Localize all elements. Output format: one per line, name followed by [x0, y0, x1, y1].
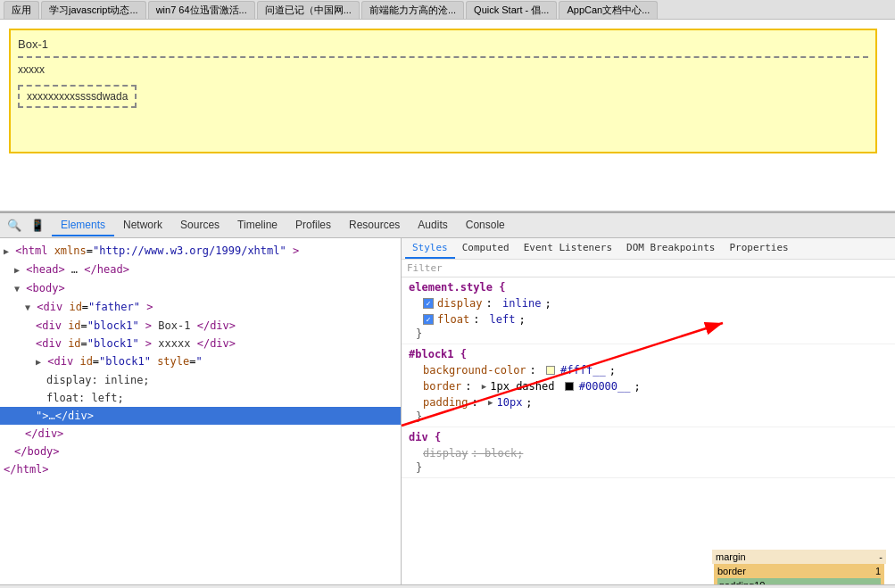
box-label: Box-1 — [18, 37, 868, 51]
triangle-block1c[interactable]: ▶ — [36, 357, 41, 367]
bm-padding-label: padding10 — [719, 580, 765, 584]
bm-border-val: 1 — [875, 566, 881, 576]
checkbox-display[interactable]: ✓ — [423, 298, 434, 309]
rule-line-display: ✓ display : inline ; — [423, 295, 888, 311]
tab-5[interactable]: Quick Start - 倡... — [466, 1, 557, 19]
style-rule-block1: #block1 { background-color : #ffff__ ; b… — [402, 344, 895, 427]
border-swatch — [565, 382, 574, 391]
dom-line-body: ▼ <body> — [0, 279, 401, 298]
tab-profiles[interactable]: Profiles — [286, 215, 340, 236]
dom-line-block1-close[interactable]: ">…</div> — [0, 407, 401, 425]
status-bar: html › body › div#father › div#block1 — [0, 584, 895, 588]
triangle-body[interactable]: ▼ — [14, 284, 20, 294]
devtools-panel: 🔍 📱 Elements Network Sources Timeline Pr… — [0, 211, 895, 588]
bm-margin-dash: - — [879, 551, 883, 562]
tab-elements[interactable]: Elements — [52, 215, 114, 236]
rule-line-display-div: display : block; — [423, 445, 888, 461]
mobile-icon[interactable]: 📱 — [29, 217, 46, 235]
inspect-icon[interactable]: 🔍 — [5, 217, 23, 235]
tab-2[interactable]: win7 64位迅雷激活... — [148, 1, 255, 19]
bm-border-box: border 1 padding10 10 — [714, 564, 884, 584]
box-outer: Box-1 xxxxx xxxxxxxxxssssdwada — [9, 29, 877, 153]
dom-panel[interactable]: ▶ <html xmlns="http://www.w3.org/1999/xh… — [0, 238, 402, 584]
rule-line-padding: padding : ▶ 10px ; — [423, 394, 888, 410]
rule-selector-div: div { — [409, 431, 888, 443]
tab-console[interactable]: Console — [457, 215, 514, 236]
rule-selector-element: element.style { — [409, 281, 888, 294]
triangle-head[interactable]: ▶ — [14, 265, 20, 275]
style-rule-element: element.style { ✓ display : inline ; ✓ f… — [402, 277, 895, 344]
tab-6[interactable]: AppCan文档中心... — [559, 1, 658, 19]
padding-triangle[interactable]: ▶ — [488, 394, 493, 410]
dom-line-block1-b: <div id="block1" > xxxxx </div> — [0, 335, 401, 352]
bm-padding-row: padding10 — [719, 580, 879, 584]
tab-network[interactable]: Network — [114, 215, 171, 236]
browser-tab-bar: 应用 学习javascript动态... win7 64位迅雷激活... 问道已… — [0, 0, 895, 20]
box-model-container: margin - border 1 padding10 — [402, 496, 895, 584]
dom-line-html: ▶ <html xmlns="http://www.w3.org/1999/xh… — [0, 242, 401, 261]
rule-close-div: } — [409, 461, 888, 474]
bm-margin-top-row: margin - — [712, 550, 886, 564]
rule-line-float: ✓ float : left ; — [423, 311, 888, 327]
tab-3[interactable]: 问道已记（中国网... — [257, 1, 360, 19]
tab-4[interactable]: 前端能力方高的沧... — [361, 1, 464, 19]
rule-line-bgcolor: background-color : #ffff__ ; — [423, 362, 888, 378]
dom-line-father: ▼ <div id="father" > — [0, 298, 401, 317]
dom-line-block1-a: <div id="block1" > Box-1 </div> — [0, 317, 401, 335]
filter-label: Filter — [407, 262, 443, 274]
tab-1[interactable]: 学习javascript动态... — [41, 1, 146, 19]
rule-close-element: } — [409, 327, 888, 340]
style-rule-div: div { display : block; } — [402, 427, 895, 478]
styles-tab-computed[interactable]: Computed — [455, 238, 517, 259]
bm-border-label: border — [717, 566, 746, 576]
tab-timeline[interactable]: Timeline — [228, 215, 286, 236]
devtools-toolbar: 🔍 📱 Elements Network Sources Timeline Pr… — [0, 213, 895, 238]
styles-tab-event-listeners[interactable]: Event Listeners — [517, 238, 619, 259]
dom-line-head: ▶ <head> … </head> — [0, 261, 401, 279]
styles-tab-styles[interactable]: Styles — [405, 238, 455, 259]
dom-line-body-close: </body> — [0, 443, 401, 460]
preview-area: Box-1 xxxxx xxxxxxxxxssssdwada — [0, 20, 895, 211]
devtools-tabs: Elements Network Sources Timeline Profil… — [52, 215, 514, 236]
rule-selector-block1: #block1 { — [409, 348, 888, 360]
bm-padding-box: padding10 10 144 × 18 10 — [717, 578, 881, 584]
checkbox-float[interactable]: ✓ — [423, 314, 434, 325]
tab-sources[interactable]: Sources — [171, 215, 228, 236]
styles-tabs: Styles Computed Event Listeners DOM Brea… — [402, 238, 895, 260]
devtools-content: ▶ <html xmlns="http://www.w3.org/1999/xh… — [0, 238, 895, 584]
styles-panel[interactable]: Styles Computed Event Listeners DOM Brea… — [402, 238, 895, 584]
triangle-html[interactable]: ▶ — [4, 246, 9, 256]
dom-line-block1-c: ▶ <div id="block1" style=" — [0, 352, 401, 371]
bm-margin-label: margin — [716, 551, 746, 562]
tab-0[interactable]: 应用 — [4, 1, 39, 19]
tab-resources[interactable]: Resources — [340, 215, 409, 236]
dom-line-html-close: </html> — [0, 460, 401, 478]
styles-tab-dom-breakpoints[interactable]: DOM Breakpoints — [619, 238, 722, 259]
rule-body-block1: background-color : #ffff__ ; border : ▶ … — [409, 362, 888, 410]
box-inner-text: xxxxx — [18, 56, 868, 76]
rule-close-block1: } — [409, 410, 888, 423]
triangle-father[interactable]: ▼ — [25, 302, 30, 312]
border-triangle[interactable]: ▶ — [482, 378, 486, 394]
dom-line-float: float: left; — [0, 389, 401, 407]
tab-audits[interactable]: Audits — [409, 215, 456, 236]
box-inline: xxxxxxxxxssssdwada — [18, 85, 137, 108]
filter-bar: Filter — [402, 260, 895, 277]
dom-line-display: display: inline; — [0, 371, 401, 389]
dom-line-div-close: </div> — [0, 425, 401, 443]
styles-tab-properties[interactable]: Properties — [722, 238, 795, 259]
box-model: margin - border 1 padding10 — [712, 550, 886, 584]
rule-body-element: ✓ display : inline ; ✓ float : left ; — [409, 295, 888, 327]
bm-border-row: border 1 — [716, 566, 883, 576]
rule-line-border: border : ▶ 1px dashed #00000__ ; — [423, 378, 888, 394]
rule-body-div: display : block; — [409, 445, 888, 461]
bgcolor-swatch — [546, 366, 555, 375]
